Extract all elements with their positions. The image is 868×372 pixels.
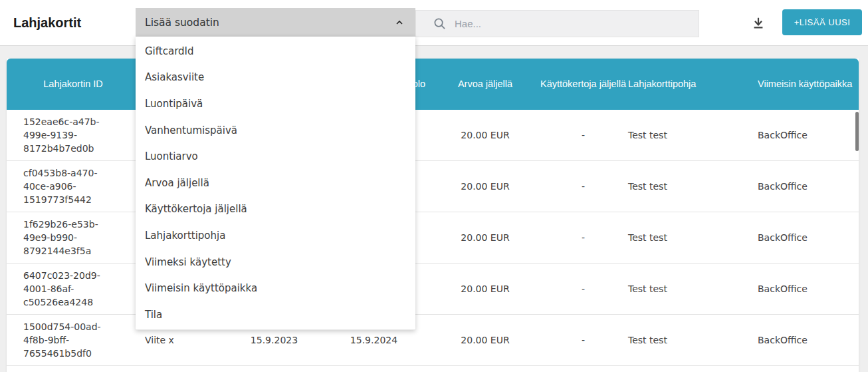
filter-option-arvoa-jaljella[interactable]: Arvoa jäljellä	[136, 170, 415, 196]
filter-dropdown: Lisää suodatin GiftcardId Asiakasviite L…	[136, 8, 415, 330]
value-left: 20.00 EUR	[432, 315, 538, 365]
filter-option-luontiarvo[interactable]: Luontiarvo	[136, 143, 415, 170]
filter-option-lahjakorttipohja[interactable]: Lahjakorttipohja	[136, 222, 415, 249]
filter-option-viimeisin-kayttopaikka[interactable]: Viimeisin käyttöpaikka	[136, 275, 415, 301]
download-icon	[751, 16, 766, 31]
last-used-place: BackOffice	[721, 110, 859, 160]
filter-option-asiakasviite[interactable]: Asiakasviite	[136, 65, 415, 91]
uses-left: -	[538, 110, 628, 160]
table-header-row: Lahjakortin ID Asiakasviite Luontipäivä …	[7, 59, 859, 110]
filter-option-luontipaiva[interactable]: Luontipäivä	[136, 91, 415, 117]
giftcard-template: Test test	[628, 212, 721, 263]
giftcard-template: Test test	[628, 110, 721, 160]
giftcard-id: 1f629b26-e53b-49e9-b990-8792144e3f5a	[23, 218, 106, 258]
column-header-value-left[interactable]: Arvoa jäljellä	[432, 59, 538, 110]
uses-left: -	[538, 315, 628, 365]
filter-option-vanhentumispaiva[interactable]: Vanhentumispäivä	[136, 117, 415, 144]
search-icon	[433, 17, 446, 30]
filter-option-giftcardid[interactable]: GiftcardId	[136, 38, 415, 65]
filter-option-kayttokertoja-jaljella[interactable]: Käyttökertoja jäljellä	[136, 196, 415, 223]
column-header-last-used-place[interactable]: Viimeisin käyttöpaikka	[721, 59, 859, 110]
table-row[interactable]: 152eae6c-a47b-499e-9139-8172b4b7ed0b 20.…	[7, 110, 859, 161]
filter-dropdown-menu: GiftcardId Asiakasviite Luontipäivä Vanh…	[136, 37, 415, 330]
filter-dropdown-toggle[interactable]: Lisää suodatin	[136, 8, 415, 37]
table-row[interactable]: 1f629b26-e53b-49e9-b990-8792144e3f5a 20.…	[7, 212, 859, 264]
page-title: Lahjakortit	[13, 0, 81, 46]
last-used-place: BackOffice	[721, 315, 859, 365]
table-row[interactable]: cf0453b8-a470-40ce-a906-1519773f5442 20.…	[7, 161, 859, 212]
last-used-place: BackOffice	[721, 212, 859, 263]
giftcard-id: 1500d754-00ad-4f8b-9bff-7655461b5df0	[23, 320, 106, 360]
last-used-place: BackOffice	[721, 161, 859, 212]
uses-left: -	[538, 212, 628, 263]
table-row[interactable]: 6407c023-20d9-4001-86af-c50526ea4248 20.…	[7, 264, 859, 315]
column-header-giftcard-id[interactable]: Lahjakortin ID	[7, 59, 140, 110]
giftcard-id: 152eae6c-a47b-499e-9139-8172b4b7ed0b	[23, 115, 106, 155]
value-left: 20.00 EUR	[432, 212, 538, 263]
uses-left: -	[538, 264, 628, 314]
value-left: 20.00 EUR	[432, 110, 538, 160]
filter-option-tila[interactable]: Tila	[136, 301, 415, 328]
search-input[interactable]	[455, 18, 681, 29]
top-bar: Lahjakortit +LISÄÄ UUSI	[0, 0, 868, 46]
chevron-up-icon	[394, 17, 405, 28]
vertical-scrollbar[interactable]	[855, 112, 859, 151]
giftcard-template: Test test	[628, 315, 721, 365]
giftcard-id: 6407c023-20d9-4001-86af-c50526ea4248	[23, 269, 106, 309]
filter-dropdown-label: Lisää suodatin	[145, 17, 219, 29]
giftcard-template: Test test	[628, 264, 721, 314]
add-new-button[interactable]: +LISÄÄ UUSI	[782, 9, 862, 35]
value-left: 20.00 EUR	[432, 161, 538, 212]
table-row[interactable]: 1500d754-00ad-4f8b-9bff-7655461b5df0 Vii…	[7, 315, 859, 366]
column-header-template[interactable]: Lahjakorttipohja	[628, 59, 721, 110]
search-box[interactable]	[415, 10, 699, 37]
giftcard-table: Lahjakortin ID Asiakasviite Luontipäivä …	[7, 59, 859, 372]
download-button[interactable]	[746, 11, 770, 35]
uses-left: -	[538, 161, 628, 212]
last-used-place: BackOffice	[721, 264, 859, 314]
giftcard-template: Test test	[628, 161, 721, 212]
value-left: 20.00 EUR	[432, 264, 538, 314]
column-header-uses-left[interactable]: Käyttökertoja jäljellä	[538, 59, 628, 110]
filter-option-viimeksi-kaytetty[interactable]: Viimeksi käytetty	[136, 249, 415, 276]
giftcard-id: cf0453b8-a470-40ce-a906-1519773f5442	[23, 166, 106, 206]
